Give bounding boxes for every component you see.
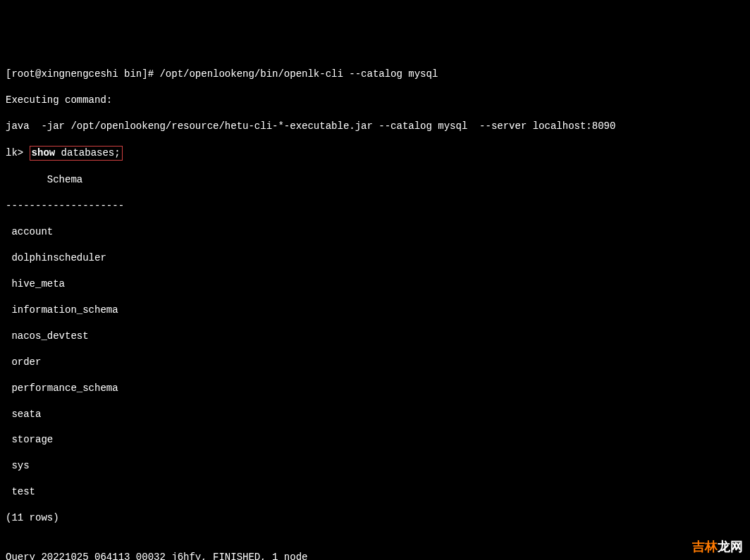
schema-row: sys	[6, 459, 744, 472]
schema-row: nacos_devtest	[6, 330, 744, 342]
schema-header: Schema	[6, 173, 744, 186]
schema-rowcount: (11 rows)	[6, 511, 744, 524]
shell-prompt: [root@xingnengceshi bin]#	[6, 68, 159, 80]
executing-line: Executing command:	[6, 94, 744, 106]
schema-row: performance_schema	[6, 382, 744, 394]
schema-row: test	[6, 485, 744, 498]
watermark-orange: 吉林	[692, 540, 718, 554]
schema-row: dolphinscheduler	[6, 251, 744, 264]
query1-summary: Query 20221025_064113_00032_j6hfy, FINIS…	[6, 551, 744, 560]
schema-row: account	[6, 225, 744, 238]
lk-prompt: lk>	[6, 147, 30, 158]
schema-row: hive_meta	[6, 278, 744, 290]
rest-databases: databases;	[55, 147, 120, 158]
schema-divider: --------------------	[6, 199, 744, 212]
schema-row: information_schema	[6, 304, 744, 316]
highlight-show-databases: show databases;	[30, 146, 123, 160]
terminal-output[interactable]: [root@xingnengceshi bin]# /opt/openlooke…	[6, 55, 744, 560]
schema-row: order	[6, 356, 744, 368]
shell-line: [root@xingnengceshi bin]# /opt/openlooke…	[6, 68, 744, 80]
java-line: java -jar /opt/openlookeng/resource/hetu…	[6, 120, 744, 132]
schema-row: seata	[6, 408, 744, 421]
lk-show-databases: lk> show databases;	[6, 146, 744, 160]
shell-command: /opt/openlookeng/bin/openlk-cli --catalo…	[159, 68, 438, 80]
watermark-white: 龙网	[718, 540, 743, 554]
schema-row: storage	[6, 433, 744, 446]
kw-show: show	[32, 147, 56, 158]
watermark: 吉林龙网	[692, 539, 743, 556]
